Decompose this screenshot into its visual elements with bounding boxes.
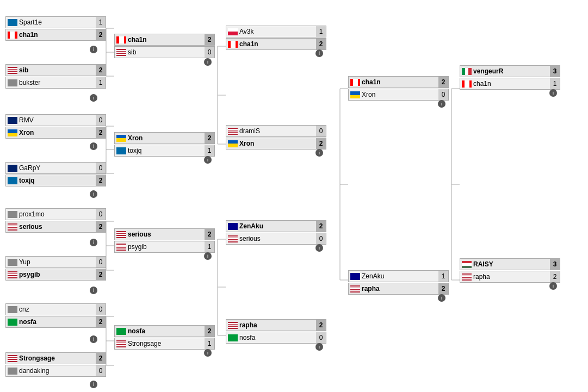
player-name: dramiS [239,127,316,135]
player-name: Strongsage [128,340,205,347]
flag-au [350,273,360,280]
info-icon[interactable]: i [90,335,97,343]
flag-us [350,285,360,293]
r1-m7-p1: cnz 0 [5,303,106,315]
r1-m4-p2: toxjq 2 [5,175,106,186]
score: 0 [96,163,106,173]
info-icon[interactable]: i [204,349,212,357]
player-name: cha1n [473,80,550,88]
flag-hu [462,261,472,268]
flag-us [116,244,126,251]
score: 2 [96,127,106,138]
score: 2 [205,133,214,144]
info-icon[interactable]: i [204,252,212,260]
flag-se [8,177,17,184]
info-icon[interactable]: i [204,156,212,164]
player-name: Strongsage [19,354,96,362]
player-name: sib [128,48,205,56]
flag-pl [228,28,238,35]
info-icon[interactable]: i [438,100,445,108]
r5-m1-p2: cha1n 1 [460,78,560,90]
player-name: cha1n [362,78,438,86]
flag-au [228,223,238,230]
flag-other [8,211,17,218]
info-icon[interactable]: i [438,294,445,302]
flag-ua [116,135,126,142]
info-icon[interactable]: i [90,94,97,102]
player-name: cnz [19,306,96,313]
info-icon[interactable]: i [204,58,212,66]
flag-it [462,68,472,75]
flag-other [8,259,17,266]
r2-m1-p2: sib 0 [114,46,215,58]
r1-m5-p1: prox1mo 0 [5,208,106,220]
r1-m3-p2: Xron 2 [5,127,106,139]
player-name: Spart1e [19,18,96,26]
r2-m4-p1: nosfa 2 [114,325,215,337]
player-name: serious [239,235,316,242]
info-icon[interactable]: i [90,287,97,294]
info-icon[interactable]: i [90,381,97,388]
score: 2 [550,271,560,282]
player-name: rapha [362,285,438,293]
flag-ua [350,91,360,98]
score: 0 [205,47,214,58]
player-name: Yup [19,258,96,266]
score: 1 [205,145,214,156]
score: 1 [205,338,214,349]
player-name: Xron [239,140,316,147]
score: 2 [316,320,326,331]
player-name: rapha [473,273,550,281]
score: 1 [205,241,214,252]
info-icon[interactable]: i [90,142,97,150]
r2-m3-p1: serious 2 [114,228,215,240]
info-icon[interactable]: i [90,46,97,53]
score: 1 [96,77,106,88]
score: 1 [550,78,560,89]
score: 0 [96,115,106,126]
flag-us [462,273,472,281]
score: 2 [96,65,106,76]
r1-m8-p2: dandaking 0 [5,365,106,377]
info-icon[interactable]: i [90,239,97,246]
r1-m2-p2: bukster 1 [5,77,106,89]
score: 1 [96,17,106,28]
score: 0 [96,304,106,315]
flag-other [8,368,17,375]
score: 0 [316,233,326,244]
player-name: dandaking [19,367,96,375]
score: 2 [205,34,214,45]
score: 2 [96,269,106,280]
flag-ca [228,41,238,48]
player-name: RMV [19,116,96,124]
score: 0 [96,209,106,220]
flag-br [8,319,17,326]
score: 1 [316,26,326,37]
player-name: nosfa [239,334,316,341]
player-name: ZenAku [239,222,316,230]
player-name: ZenAku [362,272,438,280]
player-name: serious [128,231,205,238]
player-name: prox1mo [19,210,96,218]
info-icon[interactable]: i [549,282,557,290]
r1-m1-p2: cha1n 2 [5,29,106,41]
info-icon[interactable]: i [315,149,323,157]
r3-m4-p1: rapha 2 [226,319,326,331]
info-icon[interactable]: i [315,49,323,57]
flag-br [116,328,126,335]
info-icon[interactable]: i [315,244,323,252]
player-name: rapha [239,321,316,329]
r2-m2-p1: Xron 2 [114,132,215,144]
player-name: psygib [128,243,205,251]
score: 2 [96,353,106,364]
flag-us [116,340,126,347]
player-name: bukster [19,79,96,86]
score: 2 [96,316,106,327]
player-name: psygib [19,271,96,278]
r3-m2-p1: dramiS 0 [226,125,326,137]
score: 0 [438,89,448,100]
info-icon[interactable]: i [90,190,97,198]
info-icon[interactable]: i [549,89,557,97]
score: 2 [316,39,326,49]
info-icon[interactable]: i [315,343,323,351]
